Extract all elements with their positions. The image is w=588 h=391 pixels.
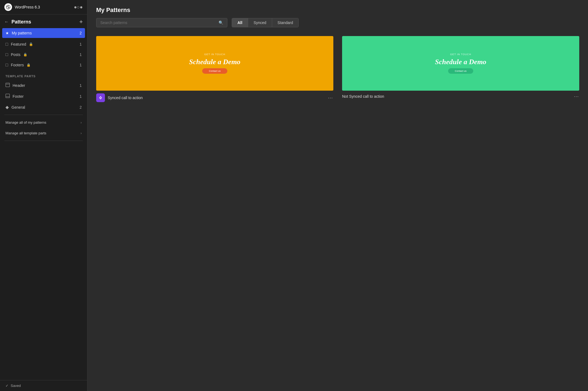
featured-label: Featured [11, 42, 26, 46]
chevron-right-icon: › [81, 120, 82, 125]
manage-my-patterns-link[interactable]: Manage all of my patterns › [0, 117, 87, 128]
synced-icon [96, 93, 105, 102]
footer-count: 1 [80, 94, 82, 99]
sidebar-header: ← Patterns + [0, 14, 87, 28]
general-label: General [11, 105, 25, 109]
pattern-item-not-synced: GET IN TOUCH Schedule a Demo Contact us … [338, 36, 579, 109]
posts-label: Posts [11, 52, 20, 57]
svg-rect-3 [6, 94, 10, 98]
sidebar-footer-status: ✓ Saved [0, 380, 87, 391]
pattern-name-1: Synced call to action [108, 96, 143, 100]
nav-item-header[interactable]: Header 1 [2, 80, 85, 91]
wp-logo-icon [4, 3, 12, 11]
pattern-menu-2[interactable]: ⋯ [574, 93, 579, 99]
pattern-menu-1[interactable]: ⋯ [328, 95, 333, 101]
footers-count: 1 [80, 63, 82, 67]
general-count: 2 [80, 105, 82, 109]
preview-title-2: Schedule a Demo [435, 58, 486, 66]
folder-icon-footers: □ [5, 63, 8, 67]
main-header: My Patterns [87, 0, 588, 18]
preview-title-1: Schedule a Demo [189, 58, 240, 66]
template-header-icon [5, 83, 10, 88]
preview-get-in-touch-1: GET IN TOUCH [204, 53, 225, 56]
pattern-info-2: Not Synced call to action ⋯ [342, 91, 579, 99]
manage-template-parts-label: Manage all template parts [5, 131, 46, 135]
sidebar-title: Patterns [11, 19, 31, 25]
diamond-icon: ◆ [5, 105, 9, 110]
toolbar: 🔍 All Synced Standard [87, 18, 588, 32]
search-icon-top[interactable]: ●○● [74, 4, 83, 10]
top-bar: WordPress 6.3 ●○● [0, 0, 87, 14]
filter-tabs: All Synced Standard [232, 18, 299, 27]
footers-label: Footers [11, 63, 24, 67]
lock-icon: 🔒 [29, 42, 33, 46]
patterns-grid: GET IN TOUCH Schedule a Demo Contact us … [87, 32, 588, 113]
my-patterns-count: 2 [80, 31, 82, 35]
pattern-card-not-synced[interactable]: GET IN TOUCH Schedule a Demo Contact us [342, 36, 579, 91]
back-arrow-icon[interactable]: ← [4, 19, 9, 24]
app-name: WordPress 6.3 [15, 5, 40, 9]
filter-tab-standard[interactable]: Standard [272, 18, 299, 27]
preview-btn-2: Contact us [448, 68, 473, 74]
posts-count: 1 [80, 52, 82, 57]
wp-logo[interactable]: WordPress 6.3 [4, 3, 40, 11]
pattern-info-1: Synced call to action ⋯ [96, 91, 333, 102]
preview-get-in-touch-2: GET IN TOUCH [450, 53, 471, 56]
status-text: Saved [11, 384, 21, 388]
manage-my-patterns-label: Manage all of my patterns [5, 120, 46, 125]
sidebar-header-left: ← Patterns [4, 19, 31, 25]
search-box[interactable]: 🔍 [96, 18, 227, 27]
search-input[interactable] [100, 20, 216, 25]
sidebar: WordPress 6.3 ●○● ← Patterns + ★ My patt… [0, 0, 87, 391]
footer-label: Footer [13, 94, 23, 99]
preview-btn-1: Contact us [202, 68, 227, 74]
nav-item-footers[interactable]: □ Footers 🔒 1 [2, 60, 85, 70]
folder-icon: □ [5, 42, 8, 47]
header-label: Header [13, 83, 25, 88]
pattern-preview-green: GET IN TOUCH Schedule a Demo Contact us [342, 36, 579, 91]
nav-item-my-patterns[interactable]: ★ My patterns 2 [2, 28, 85, 38]
pattern-preview-orange: GET IN TOUCH Schedule a Demo Contact us [96, 36, 333, 91]
pattern-name-2: Not Synced call to action [342, 94, 384, 99]
nav-item-posts[interactable]: □ Posts 🔒 1 [2, 49, 85, 60]
nav-item-featured[interactable]: □ Featured 🔒 1 [2, 39, 85, 49]
template-footer-icon [5, 94, 10, 99]
featured-count: 1 [80, 42, 82, 46]
svg-rect-1 [6, 83, 10, 87]
star-icon: ★ [5, 31, 9, 35]
header-count: 1 [80, 83, 82, 88]
lock-icon-footers: 🔒 [27, 63, 31, 67]
nav-item-general[interactable]: ◆ General 2 [2, 102, 85, 112]
page-title: My Patterns [96, 7, 579, 14]
my-patterns-label: My patterns [12, 31, 32, 35]
search-icon: 🔍 [219, 20, 223, 25]
divider-2 [4, 141, 83, 141]
check-icon: ✓ [5, 384, 8, 388]
template-parts-label: TEMPLATE PARTS [0, 70, 87, 80]
filter-tab-synced[interactable]: Synced [248, 18, 272, 27]
manage-template-parts-link[interactable]: Manage all template parts › [0, 128, 87, 138]
nav-item-footer[interactable]: Footer 1 [2, 91, 85, 102]
main-content: My Patterns 🔍 All Synced Standard GET IN… [87, 0, 588, 391]
add-pattern-button[interactable]: + [79, 19, 83, 25]
filter-tab-all[interactable]: All [232, 18, 248, 27]
pattern-item-synced: GET IN TOUCH Schedule a Demo Contact us … [96, 36, 338, 109]
lock-icon-posts: 🔒 [23, 53, 27, 57]
chevron-right-icon-2: › [81, 131, 82, 135]
divider-1 [4, 115, 83, 115]
pattern-card-synced[interactable]: GET IN TOUCH Schedule a Demo Contact us [96, 36, 333, 91]
folder-icon-posts: □ [5, 52, 8, 57]
